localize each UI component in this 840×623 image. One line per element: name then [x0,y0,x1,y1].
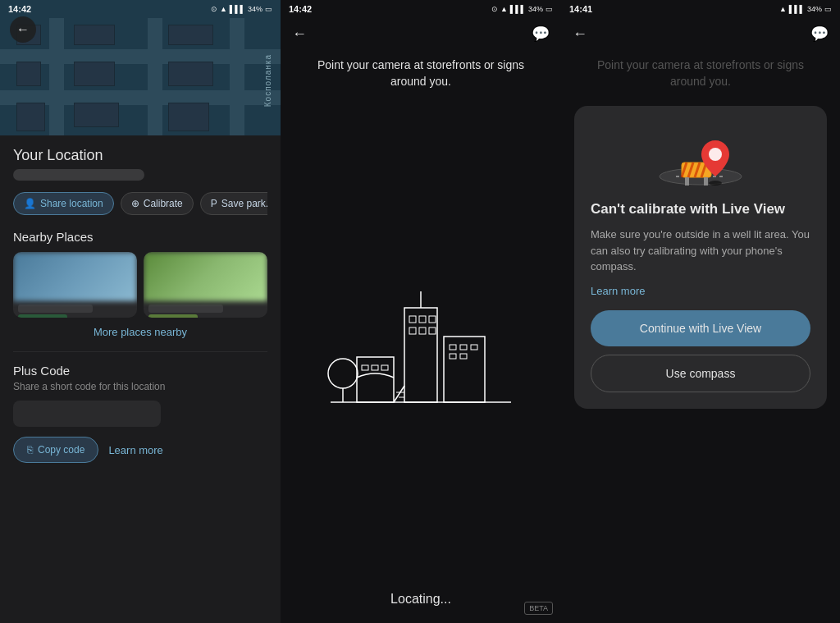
modal-body: Make sure you're outside in a well lit a… [591,227,810,275]
status-bar: 14:42 ⊙ ▲ ▌▌▌ 34% ▭ [0,0,281,18]
panel-your-location: Косполанка 14:42 ⊙ ▲ ▌▌▌ 34% ▭ ← Your Lo… [0,0,281,623]
svg-point-19 [328,359,358,388]
calibrate-label: Calibrate [144,198,183,209]
status-icons: ⊙ ▲ ▌▌▌ 34% ▭ [211,5,272,13]
svg-rect-3 [419,316,426,323]
map-building [168,62,213,86]
battery-text: 34% [248,5,262,13]
nearby-card[interactable] [13,252,137,318]
save-parking-label: Save park... [221,198,267,209]
svg-rect-14 [460,354,467,359]
map-building [168,103,209,131]
svg-line-21 [394,386,404,402]
camera-instruction-dimmed: Point your camera at storefronts or sign… [561,49,840,89]
svg-rect-6 [419,328,426,334]
learn-more-link[interactable]: Learn more [591,285,810,297]
svg-rect-2 [409,316,416,323]
status-icons: ⊙ ▲ ▌▌▌ 34% ▭ [491,5,553,13]
copy-code-label: Copy code [38,444,84,456]
map-road [148,18,162,135]
map-preview: Косполанка 14:42 ⊙ ▲ ▌▌▌ 34% ▭ ← [0,0,281,135]
nearby-places-grid [13,252,267,318]
map-building [16,103,45,131]
back-arrow-icon[interactable]: ← [573,25,587,43]
map-building [74,25,115,45]
calibrate-button[interactable]: ⊕ Calibrate [121,192,194,215]
plus-code-subtitle: Share a short code for this location [13,381,267,392]
battery-icon: ▭ [265,5,272,13]
city-svg [314,259,527,423]
panel1-content: Your Location 👤 Share location ⊕ Calibra… [0,135,281,623]
wifi-icon: ▲ [779,5,787,13]
svg-rect-16 [362,365,368,370]
svg-rect-18 [381,365,388,370]
location-icon: ⊙ [491,5,498,13]
svg-rect-7 [429,328,436,334]
battery-text: 34% [807,5,822,13]
calibrate-error-modal: Can't calibrate with Live View Make sure… [574,106,827,409]
map-road [230,18,244,135]
your-location-title: Your Location [13,147,267,164]
svg-rect-15 [357,357,394,402]
beta-badge: BETA [524,602,553,615]
continue-live-view-button[interactable]: Continue with Live View [591,310,810,346]
svg-rect-11 [460,345,467,350]
locating-text: Locating... [390,592,451,607]
compass-icon: ⊕ [131,198,139,209]
svg-rect-34 [704,177,708,186]
battery-icon: ▭ [546,5,553,13]
svg-rect-5 [409,328,416,334]
modal-icon-area [591,126,810,187]
signal-icon: ▌▌▌ [510,5,526,13]
use-compass-button[interactable]: Use compass [591,355,810,392]
plus-code-title: Plus Code [13,364,267,378]
parking-icon: P [211,198,217,209]
panel-calibrate-error: 14:41 ▲ ▌▌▌ 34% ▭ ← 💬 Point your camera … [561,0,840,623]
signal-icon: ▌▌▌ [789,5,805,13]
wifi-icon: ▲ [220,5,227,13]
nearby-places-title: Nearby Places [13,230,267,244]
action-buttons-row: 👤 Share location ⊕ Calibrate P Save park… [13,192,267,215]
svg-rect-33 [685,177,689,186]
nearby-card[interactable] [144,252,267,318]
svg-rect-13 [450,354,456,359]
back-button[interactable]: ← [10,16,36,43]
chat-icon[interactable]: 💬 [810,25,829,43]
camera-instruction: Point your camera at storefronts or sign… [281,49,561,89]
share-location-button[interactable]: 👤 Share location [13,192,114,215]
svg-rect-10 [450,345,456,350]
map-road [49,18,64,135]
road-pin-illustration [655,126,746,187]
location-icon: ⊙ [211,5,217,13]
copy-icon: ⎘ [27,444,33,456]
more-places-link[interactable]: More places nearby [13,326,267,338]
panel2-header: ← 💬 [281,18,561,49]
svg-rect-17 [372,365,378,370]
save-parking-button[interactable]: P Save park... [200,192,267,215]
map-building [74,62,115,86]
map-building [168,25,213,45]
panel3-header: ← 💬 [561,18,840,49]
share-icon: 👤 [24,198,36,209]
nearby-card-sub-blurred [148,314,198,318]
learn-more-link[interactable]: Learn more [108,444,162,456]
back-arrow-icon[interactable]: ← [292,25,307,43]
status-time: 14:42 [289,4,312,14]
map-building [16,62,41,86]
map-building [74,103,119,127]
bottom-buttons: ⎘ Copy code Learn more [13,437,267,463]
status-time: 14:42 [8,4,31,14]
modal-title: Can't calibrate with Live View [591,200,810,218]
city-illustration [298,89,544,592]
plus-code-section: Plus Code Share a short code for this lo… [13,364,267,463]
location-address-blurred [13,169,144,181]
chat-icon[interactable]: 💬 [532,25,550,43]
divider [13,351,267,352]
signal-icon: ▌▌▌ [230,5,245,13]
status-time: 14:41 [569,4,592,14]
svg-rect-4 [429,316,436,323]
svg-rect-12 [471,345,477,350]
nearby-card-image [144,252,267,301]
copy-code-button[interactable]: ⎘ Copy code [13,437,98,463]
map-road-label: Косполанка [263,54,272,107]
